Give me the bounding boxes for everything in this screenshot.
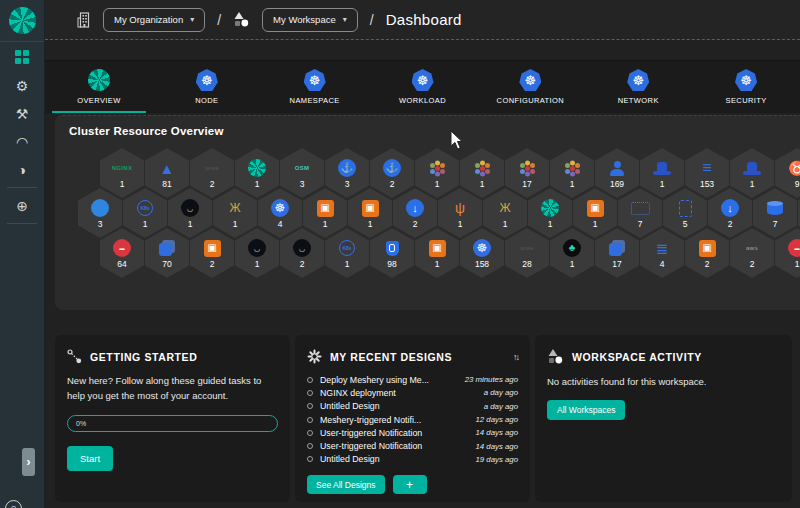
organization-icon: [77, 12, 91, 28]
design-bullet-icon: [307, 390, 313, 396]
add-design-button[interactable]: +: [393, 475, 427, 494]
resource-hex-fedora[interactable]: 1: [640, 148, 684, 198]
resource-hex-awsbox[interactable]: ▣2: [685, 228, 729, 278]
help-icon[interactable]: ?: [5, 500, 22, 508]
resource-hex-harbor[interactable]: ⚓2: [370, 148, 414, 198]
tab-node[interactable]: ☸NODE: [153, 61, 261, 113]
resource-hex-faded[interactable]: uree2: [190, 148, 234, 198]
resource-hex-github[interactable]: ◡1: [168, 188, 212, 238]
resource-hex-k8sring[interactable]: K8s1: [325, 228, 369, 278]
argo-icon: ▲: [160, 157, 175, 179]
resource-hex-dots[interactable]: 1: [415, 148, 459, 198]
resource-hex-awsbox[interactable]: ▣2: [190, 228, 234, 278]
sidebar-item-configuration[interactable]: ⚒: [0, 101, 44, 126]
workspace-activity-empty-text: No activities found for this workspace.: [547, 376, 780, 387]
resource-hex-awsbox[interactable]: ▣1: [348, 188, 392, 238]
resource-hex-dashrect[interactable]: 5: [663, 188, 707, 238]
card-title: GETTING STARTED: [90, 351, 197, 363]
sort-icon[interactable]: ↑↓: [513, 352, 518, 362]
resource-hex-dots[interactable]: 1: [460, 148, 504, 198]
resource-hex-lungs[interactable]: ♣1: [550, 228, 594, 278]
tab-security[interactable]: ☸SECURITY: [692, 61, 800, 113]
tab-overview[interactable]: OVERVIEW: [45, 61, 153, 113]
sidebar-item-extensions[interactable]: ⊕: [0, 193, 44, 218]
resource-hex-cake[interactable]: ≣4: [640, 228, 684, 278]
resource-hex-github[interactable]: ◡1: [235, 228, 279, 278]
lifecycle-icon: ⚙: [16, 79, 29, 93]
design-row[interactable]: Untitled Design19 days ago: [307, 453, 518, 466]
resource-hex-download[interactable]: ↓2: [708, 188, 752, 238]
daemon-icon: ♉: [788, 157, 800, 179]
tab-label: NODE: [195, 96, 218, 105]
design-timestamp: a day ago: [484, 402, 518, 411]
organization-dropdown[interactable]: My Organization ▾: [103, 8, 205, 32]
resource-hex-tree[interactable]: ψ1: [438, 188, 482, 238]
resource-hex-list[interactable]: ≡153: [685, 148, 729, 198]
design-row[interactable]: Deploy Meshery using Me...23 minutes ago: [307, 373, 518, 386]
resource-hex-dotrect[interactable]: 7: [618, 188, 662, 238]
resource-hex-stack[interactable]: 17: [595, 228, 639, 278]
resource-hex-k8sring[interactable]: K8s1: [123, 188, 167, 238]
workspace-dropdown[interactable]: My Workspace ▾: [262, 8, 358, 32]
resource-hex-meshery[interactable]: 1: [528, 188, 572, 238]
resource-hex-cyl[interactable]: 7: [753, 188, 797, 238]
awsbox-icon: ▣: [699, 237, 716, 259]
sidebar-item-lifecycle[interactable]: ⚙: [0, 73, 44, 98]
resource-hex-harbor[interactable]: ⚓3: [325, 148, 369, 198]
resource-hex-nginx[interactable]: NGINX1: [100, 148, 144, 198]
resource-hex-k8s[interactable]: ☸4: [258, 188, 302, 238]
design-row[interactable]: Untitled Designa day ago: [307, 400, 518, 413]
design-row[interactable]: Meshery-triggered Notifi...12 days ago: [307, 413, 518, 426]
sidebar-item-dashboard[interactable]: [0, 45, 44, 70]
design-row[interactable]: User-triggered Notification14 days ago: [307, 439, 518, 452]
meshery-logo[interactable]: [0, 0, 44, 42]
resource-hex-fedora[interactable]: 1: [730, 148, 774, 198]
resource-hex-argo[interactable]: ▲81: [145, 148, 189, 198]
resource-hex-faded[interactable]: uree28: [505, 228, 549, 278]
design-bullet-icon: [307, 403, 313, 409]
progress-expander[interactable]: 0%: [67, 415, 278, 432]
cyl-icon-shape: [767, 202, 783, 215]
resource-hex-dots[interactable]: 1: [550, 148, 594, 198]
sidebar-item-conformance[interactable]: ◑: [0, 157, 44, 182]
bee-icon: Ж: [229, 197, 240, 219]
resource-count: 1: [458, 220, 463, 229]
resource-hex-awsbox[interactable]: ▣1: [573, 188, 617, 238]
design-row[interactable]: User-triggered Notification14 days ago: [307, 426, 518, 439]
sidebar-expand-button[interactable]: ›: [22, 448, 35, 476]
resource-hex-dots[interactable]: 17: [505, 148, 549, 198]
tab-network[interactable]: ☸NETWORK: [584, 61, 692, 113]
sidebar-item-performance[interactable]: ◠: [0, 129, 44, 154]
resource-hex-bee[interactable]: Ж1: [483, 188, 527, 238]
resource-hex-awsbox[interactable]: ▣1: [415, 228, 459, 278]
resource-hex-aws[interactable]: aws2: [730, 228, 774, 278]
resource-hex-person[interactable]: 169: [595, 148, 639, 198]
resource-hex-globe[interactable]: 3: [78, 188, 122, 238]
resource-count: 1: [233, 220, 238, 229]
tab-configuration[interactable]: ☸CONFIGURATION: [476, 61, 584, 113]
resource-hex-shield[interactable]: 98: [370, 228, 414, 278]
tab-workload[interactable]: ☸WORKLOAD: [369, 61, 477, 113]
design-row[interactable]: NGINX deploymenta day ago: [307, 386, 518, 399]
resource-hex-github[interactable]: ◡2: [280, 228, 324, 278]
resource-hex-download[interactable]: ↓2: [393, 188, 437, 238]
resource-hex-osm[interactable]: OSM3: [280, 148, 324, 198]
resource-hex-redcircle[interactable]: ▬64: [100, 228, 144, 278]
resource-hex-meshery[interactable]: 1: [235, 148, 279, 198]
guided-tasks-icon: [67, 349, 82, 364]
see-all-designs-button[interactable]: See All Designs: [307, 475, 385, 494]
start-button[interactable]: Start: [67, 446, 113, 471]
tab-namespace[interactable]: ☸NAMESPACE: [261, 61, 369, 113]
resource-hex-awsbox[interactable]: ▣1: [303, 188, 347, 238]
faded-icon: uree: [520, 237, 534, 259]
resource-hex-stack[interactable]: 70: [145, 228, 189, 278]
panel-title: Cluster Resource Overview: [69, 125, 224, 137]
lungs-icon-shape: ♣: [563, 239, 581, 257]
faded-icon-shape: uree: [205, 165, 219, 171]
fedora-icon-shape: [743, 162, 761, 175]
resource-count: 1: [593, 220, 598, 229]
all-workspaces-button[interactable]: All Workspaces: [547, 400, 625, 420]
resource-hex-bee[interactable]: Ж1: [213, 188, 257, 238]
resource-hex-k8s[interactable]: ☸158: [460, 228, 504, 278]
resource-tabs: OVERVIEW☸NODE☸NAMESPACE☸WORKLOAD☸CONFIGU…: [45, 60, 800, 113]
